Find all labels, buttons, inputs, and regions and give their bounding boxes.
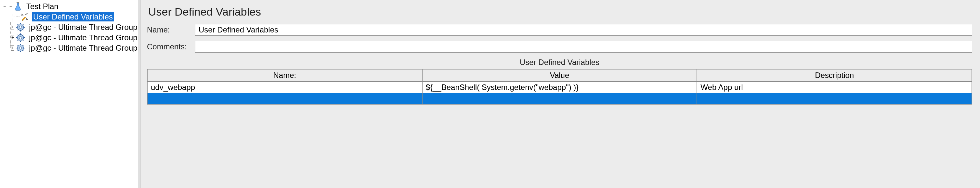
table-empty-area: [147, 104, 972, 124]
tree-row-item[interactable]: + jp@gc - Ultimate Thread Group: [0, 43, 138, 53]
cell-description[interactable]: [697, 93, 972, 104]
table-row-selected-blank[interactable]: [147, 93, 972, 104]
expander-minus[interactable]: −: [2, 4, 7, 9]
app-root: − Test Plan User Defined Variables: [0, 0, 980, 188]
tree-pane: − Test Plan User Defined Variables: [0, 0, 140, 188]
tree-item-label: jp@gc - Ultimate Thread Group: [28, 23, 138, 32]
svg-line-10: [22, 24, 24, 25]
tree-row-item[interactable]: + jp@gc - Ultimate Thread Group: [0, 32, 138, 43]
svg-line-7: [18, 24, 19, 25]
detail-inner: User Defined Variables Name: Comments: U…: [140, 0, 980, 124]
tree-connector: [9, 6, 13, 7]
svg-line-9: [18, 29, 19, 30]
table-title: User Defined Variables: [147, 58, 972, 67]
comments-row: Comments:: [147, 41, 972, 52]
name-input[interactable]: [195, 24, 972, 36]
comments-input[interactable]: [195, 41, 972, 52]
gear-icon: [16, 23, 25, 32]
col-name[interactable]: Name:: [147, 69, 422, 82]
page-title: User Defined Variables: [148, 6, 972, 18]
svg-point-12: [19, 36, 22, 39]
tree-connector: [7, 12, 14, 22]
svg-point-2: [19, 26, 22, 28]
svg-line-28: [22, 50, 24, 51]
tree-connector: [7, 32, 11, 43]
flask-icon: [13, 2, 22, 11]
comments-label: Comments:: [147, 42, 195, 51]
plus-glyph: +: [11, 25, 14, 29]
svg-point-22: [19, 47, 22, 49]
tree-connector: [14, 17, 20, 17]
cell-value[interactable]: ${__BeanShell( System.getenv("webapp") )…: [422, 82, 697, 93]
cell-name[interactable]: udv_webapp: [147, 82, 422, 93]
svg-line-8: [22, 29, 24, 30]
gear-icon: [16, 44, 25, 52]
svg-line-29: [18, 50, 19, 51]
tree-connector: [7, 22, 11, 32]
tree-item-label: User Defined Variables: [32, 12, 114, 21]
name-row: Name:: [147, 24, 972, 36]
expander-plus[interactable]: +: [11, 35, 14, 40]
tree: − Test Plan User Defined Variables: [0, 0, 138, 53]
gear-icon: [16, 33, 25, 42]
cell-description[interactable]: Web App url: [697, 82, 972, 93]
table-row[interactable]: udv_webapp ${__BeanShell( System.getenv(…: [147, 82, 972, 93]
tree-row-item[interactable]: User Defined Variables: [0, 12, 138, 22]
tree-root-label: Test Plan: [25, 2, 60, 11]
tree-row-root[interactable]: − Test Plan: [0, 1, 138, 12]
col-description[interactable]: Description: [697, 69, 972, 82]
name-label: Name:: [147, 25, 195, 35]
tree-row-item[interactable]: + jp@gc - Ultimate Thread Group: [0, 22, 138, 32]
variables-table: Name: Value Description udv_webapp ${__B…: [147, 69, 972, 104]
svg-line-30: [22, 45, 24, 46]
expander-plus[interactable]: +: [11, 46, 14, 51]
svg-line-19: [18, 39, 19, 41]
detail-pane: User Defined Variables Name: Comments: U…: [140, 0, 980, 188]
col-value[interactable]: Value: [422, 69, 697, 82]
expander-plus[interactable]: +: [11, 25, 14, 30]
svg-rect-0: [17, 2, 19, 3]
tree-item-label: jp@gc - Ultimate Thread Group: [28, 33, 138, 42]
cell-name[interactable]: [147, 93, 422, 104]
tools-icon: [20, 12, 29, 21]
table-header-row: Name: Value Description: [147, 69, 972, 82]
svg-line-27: [18, 45, 19, 46]
minus-glyph: −: [3, 4, 6, 8]
svg-line-17: [18, 35, 19, 36]
plus-glyph: +: [11, 46, 14, 50]
svg-line-18: [22, 39, 24, 41]
cell-value[interactable]: [422, 93, 697, 104]
tree-item-label: jp@gc - Ultimate Thread Group: [28, 44, 138, 52]
plus-glyph: +: [11, 35, 14, 39]
svg-line-20: [22, 35, 24, 36]
